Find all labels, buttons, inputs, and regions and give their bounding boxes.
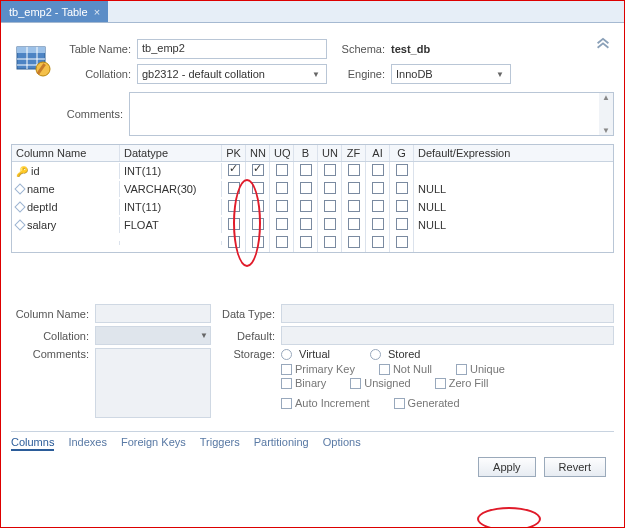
pk-checkbox[interactable]: [228, 236, 240, 248]
unique-checkbox[interactable]: Unique: [456, 363, 505, 375]
tab-triggers[interactable]: Triggers: [200, 436, 240, 451]
un-checkbox[interactable]: [324, 164, 336, 176]
col-header-zf[interactable]: ZF: [342, 145, 366, 161]
storage-stored-radio[interactable]: Stored: [370, 348, 420, 360]
pk-checkbox[interactable]: [228, 164, 240, 176]
zf-checkbox[interactable]: [348, 236, 360, 248]
generated-checkbox[interactable]: Generated: [394, 397, 460, 409]
datatype-cell[interactable]: FLOAT: [120, 217, 222, 233]
zero-fill-checkbox[interactable]: Zero Fill: [435, 377, 489, 389]
nn-checkbox[interactable]: [252, 164, 264, 176]
document-tab[interactable]: tb_emp2 - Table ×: [1, 1, 108, 22]
uq-checkbox[interactable]: [276, 182, 288, 194]
nn-checkbox[interactable]: [252, 200, 264, 212]
g-checkbox[interactable]: [396, 200, 408, 212]
collation-select[interactable]: gb2312 - default collation ▼: [137, 64, 327, 84]
zf-checkbox[interactable]: [348, 164, 360, 176]
tab-foreign-keys[interactable]: Foreign Keys: [121, 436, 186, 451]
column-name-cell[interactable]: 🔑id: [12, 163, 120, 179]
zf-checkbox[interactable]: [348, 200, 360, 212]
col-header-default[interactable]: Default/Expression: [414, 145, 613, 161]
col-header-datatype[interactable]: Datatype: [120, 145, 222, 161]
datatype-cell[interactable]: VARCHAR(30): [120, 181, 222, 197]
g-checkbox[interactable]: [396, 218, 408, 230]
unsigned-checkbox[interactable]: Unsigned: [350, 377, 410, 389]
zf-checkbox[interactable]: [348, 218, 360, 230]
close-icon[interactable]: ×: [94, 6, 100, 18]
datatype-cell[interactable]: INT(11): [120, 163, 222, 179]
table-row[interactable]: [12, 234, 613, 252]
comments-textarea[interactable]: ▲▼: [129, 92, 614, 136]
binary-checkbox[interactable]: Binary: [281, 377, 326, 389]
primary-key-checkbox[interactable]: Primary Key: [281, 363, 355, 375]
column-name-cell[interactable]: deptId: [12, 199, 120, 215]
b-checkbox[interactable]: [300, 236, 312, 248]
default-cell[interactable]: NULL: [414, 199, 613, 215]
zf-checkbox[interactable]: [348, 182, 360, 194]
datatype-cell[interactable]: [120, 241, 222, 245]
table-row[interactable]: 🔑idINT(11): [12, 162, 613, 180]
col-header-pk[interactable]: PK: [222, 145, 246, 161]
table-name-input[interactable]: tb_emp2: [137, 39, 327, 59]
col-header-g[interactable]: G: [390, 145, 414, 161]
collapse-chevron-icon[interactable]: [592, 37, 614, 60]
default-cell[interactable]: [414, 169, 613, 173]
ai-checkbox[interactable]: [372, 236, 384, 248]
nn-checkbox[interactable]: [252, 182, 264, 194]
col-header-un[interactable]: UN: [318, 145, 342, 161]
uq-checkbox[interactable]: [276, 164, 288, 176]
un-checkbox[interactable]: [324, 200, 336, 212]
tab-partitioning[interactable]: Partitioning: [254, 436, 309, 451]
tab-indexes[interactable]: Indexes: [68, 436, 107, 451]
engine-select[interactable]: InnoDB ▼: [391, 64, 511, 84]
table-row[interactable]: nameVARCHAR(30)NULL: [12, 180, 613, 198]
ai-checkbox[interactable]: [372, 182, 384, 194]
column-name-cell[interactable]: name: [12, 181, 120, 197]
col-header-uq[interactable]: UQ: [270, 145, 294, 161]
g-checkbox[interactable]: [396, 164, 408, 176]
tab-options[interactable]: Options: [323, 436, 361, 451]
column-collation-select[interactable]: ▼: [95, 326, 211, 345]
g-checkbox[interactable]: [396, 182, 408, 194]
col-header-b[interactable]: B: [294, 145, 318, 161]
g-checkbox[interactable]: [396, 236, 408, 248]
not-null-checkbox[interactable]: Not Null: [379, 363, 432, 375]
col-header-name[interactable]: Column Name: [12, 145, 120, 161]
ai-checkbox[interactable]: [372, 164, 384, 176]
column-name-input[interactable]: [95, 304, 211, 323]
ai-checkbox[interactable]: [372, 218, 384, 230]
default-cell[interactable]: NULL: [414, 181, 613, 197]
b-checkbox[interactable]: [300, 164, 312, 176]
table-row[interactable]: deptIdINT(11)NULL: [12, 198, 613, 216]
table-row[interactable]: salaryFLOATNULL: [12, 216, 613, 234]
un-checkbox[interactable]: [324, 236, 336, 248]
apply-button[interactable]: Apply: [478, 457, 536, 477]
column-name-cell[interactable]: [12, 241, 120, 245]
auto-increment-checkbox[interactable]: Auto Increment: [281, 397, 370, 409]
pk-checkbox[interactable]: [228, 182, 240, 194]
un-checkbox[interactable]: [324, 218, 336, 230]
data-type-input[interactable]: [281, 304, 614, 323]
col-header-ai[interactable]: AI: [366, 145, 390, 161]
scrollbar[interactable]: ▲▼: [599, 93, 613, 135]
un-checkbox[interactable]: [324, 182, 336, 194]
default-cell[interactable]: [414, 241, 613, 245]
storage-virtual-radio[interactable]: Virtual: [281, 348, 330, 360]
pk-checkbox[interactable]: [228, 218, 240, 230]
col-header-nn[interactable]: NN: [246, 145, 270, 161]
b-checkbox[interactable]: [300, 200, 312, 212]
ai-checkbox[interactable]: [372, 200, 384, 212]
default-cell[interactable]: NULL: [414, 217, 613, 233]
tab-columns[interactable]: Columns: [11, 436, 54, 451]
default-input[interactable]: [281, 326, 614, 345]
b-checkbox[interactable]: [300, 182, 312, 194]
revert-button[interactable]: Revert: [544, 457, 606, 477]
b-checkbox[interactable]: [300, 218, 312, 230]
column-name-cell[interactable]: salary: [12, 217, 120, 233]
column-comments-textarea[interactable]: [95, 348, 211, 418]
uq-checkbox[interactable]: [276, 200, 288, 212]
uq-checkbox[interactable]: [276, 236, 288, 248]
uq-checkbox[interactable]: [276, 218, 288, 230]
pk-checkbox[interactable]: [228, 200, 240, 212]
datatype-cell[interactable]: INT(11): [120, 199, 222, 215]
